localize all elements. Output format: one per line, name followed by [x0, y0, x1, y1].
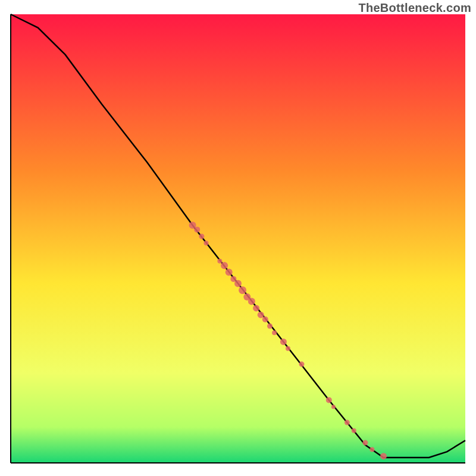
chart-container: TheBottleneck.com	[0, 0, 476, 476]
gradient-background	[11, 14, 465, 463]
data-point	[272, 330, 277, 335]
data-point	[226, 269, 233, 276]
watermark-text: TheBottleneck.com	[358, 1, 471, 15]
data-point	[267, 324, 273, 329]
data-point	[239, 286, 246, 294]
bottleneck-chart	[0, 0, 476, 476]
data-point	[331, 405, 336, 409]
data-point	[286, 346, 290, 351]
data-point	[248, 298, 255, 305]
data-point	[326, 397, 332, 403]
data-point	[262, 317, 268, 322]
data-point	[345, 420, 350, 425]
data-point	[217, 259, 222, 264]
data-point	[199, 234, 204, 239]
data-point	[221, 262, 228, 269]
data-point	[194, 227, 200, 233]
data-point	[299, 362, 305, 367]
data-point	[369, 447, 374, 452]
data-point	[234, 280, 242, 287]
data-point	[253, 305, 259, 311]
data-point	[380, 453, 387, 459]
data-point	[352, 428, 356, 433]
data-point	[204, 241, 209, 246]
data-point	[362, 440, 368, 446]
data-point	[258, 312, 264, 318]
data-point	[280, 339, 287, 345]
